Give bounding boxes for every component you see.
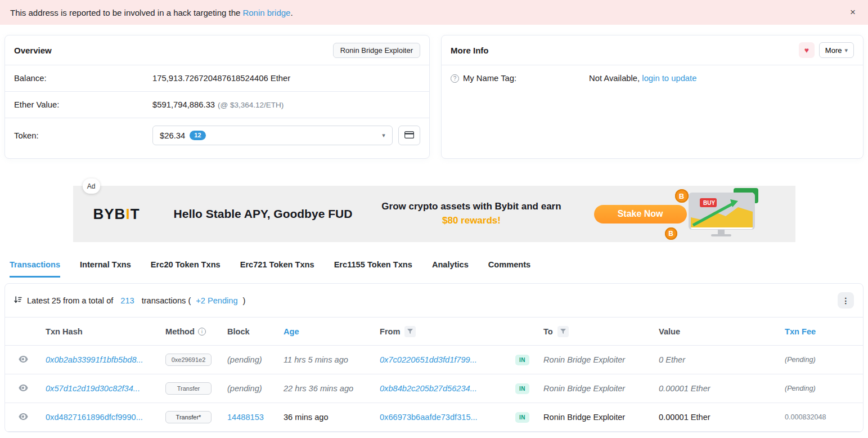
ad-label-chip: Ad — [83, 178, 100, 194]
table-options-button[interactable]: ⋮ — [838, 292, 854, 309]
balance-value: 175,913.726720487618524406 Ether — [152, 74, 290, 83]
eye-icon[interactable] — [10, 385, 37, 391]
ad-promo-text: Grow crypto assets with Bybit and earn $… — [381, 200, 561, 227]
to-address-label: Ronin Bridge Exploiter — [543, 384, 625, 393]
more-dropdown-button[interactable]: More ▾ — [819, 42, 854, 58]
name-tag-row: ? My Name Tag: Not Available, login to u… — [442, 65, 863, 91]
table-row: 0x0b2ab33991f1bfb5bd8... 0xe29691e2 (pen… — [5, 346, 863, 374]
bitcoin-coin-icon: B — [675, 189, 689, 203]
ether-rate: (@ $3,364.12/ETH) — [218, 101, 284, 109]
direction-badge: IN — [515, 383, 529, 394]
to-address-label: Ronin Bridge Exploiter — [543, 355, 625, 364]
method-header-label: Method — [165, 327, 195, 336]
login-to-update-link[interactable]: login to update — [642, 74, 696, 83]
to-filter-button[interactable] — [557, 326, 569, 337]
overview-title: Overview — [14, 46, 52, 55]
value-cell: 0 Ether — [659, 355, 685, 364]
tab-erc20-token-txns[interactable]: Erc20 Token Txns — [151, 260, 221, 278]
tab-erc721-token-txns[interactable]: Erc721 Token Txns — [240, 260, 314, 278]
from-filter-button[interactable] — [404, 326, 416, 337]
block-link[interactable]: 14488153 — [227, 413, 264, 422]
to-address-label: Ronin Bridge Exploiter — [543, 413, 625, 422]
ad-graphics: B B BUY — [621, 186, 790, 242]
bybit-logo-accent: I — [125, 205, 130, 222]
monitor-base — [711, 234, 731, 236]
ad-promo-line2: $80 rewards! — [442, 215, 501, 226]
alert-suffix: . — [290, 8, 293, 17]
close-icon[interactable]: × — [848, 7, 858, 18]
txn-fee-cell: (Pending) — [785, 356, 816, 364]
age-value: 22 hrs 36 mins ago — [284, 384, 353, 393]
from-header-label: From — [380, 327, 400, 336]
summary-cards: Overview Ronin Bridge Exploiter Balance:… — [0, 25, 868, 159]
wallet-icon — [404, 131, 414, 140]
txn-hash-link[interactable]: 0xd4827161896dfcf9990... — [46, 413, 143, 422]
transactions-summary: Latest 25 from a total of213 transaction… — [5, 284, 863, 317]
more-info-card: More Info ♥ More ▾ ? My Name Tag: Not Av… — [441, 35, 863, 159]
age-header[interactable]: Age — [279, 318, 375, 346]
token-label: Token: — [14, 131, 152, 140]
more-info-title: More Info — [451, 46, 489, 55]
monitor-screen: BUY — [691, 220, 753, 229]
ad-promo-line1: Grow crypto assets with Bybit and earn — [381, 201, 561, 212]
more-button-label: More — [825, 46, 842, 55]
ether-value-row: Ether Value: $591,794,886.33 (@ $3,364.1… — [5, 92, 429, 118]
tab-internal-txns[interactable]: Internal Txns — [80, 260, 131, 278]
monitor-graphic: BUY — [689, 193, 755, 230]
more-info-actions: ♥ More ▾ — [799, 42, 854, 58]
funnel-icon — [560, 329, 566, 334]
hack-alert-banner: This address is reported to be involved … — [0, 0, 868, 25]
age-value: 36 mins ago — [284, 413, 329, 422]
tab-erc1155-token-txns[interactable]: Erc1155 Token Txns — [334, 260, 412, 278]
ronin-bridge-link[interactable]: Ronin bridge — [242, 8, 290, 17]
transactions-card: Latest 25 from a total of213 transaction… — [5, 283, 863, 432]
transactions-table: Txn Hash Methodi Block Age From To Value… — [5, 317, 863, 432]
overview-card-header: Overview Ronin Bridge Exploiter — [5, 35, 429, 65]
heart-icon: ♥ — [804, 46, 809, 55]
method-header: Methodi — [161, 318, 223, 346]
monitor-stand — [718, 230, 725, 234]
summary-mid: transactions ( — [142, 296, 191, 305]
from-address-link[interactable]: 0xb84b2c205b27d56234... — [380, 384, 477, 393]
table-row: 0x57d1c2d19d30c82f34... Transfer (pendin… — [5, 374, 863, 403]
method-badge: Transfer — [165, 382, 212, 395]
txn-hash-link[interactable]: 0x57d1c2d19d30c82f34... — [46, 384, 140, 393]
from-header: From — [375, 318, 511, 346]
info-icon[interactable]: i — [198, 328, 206, 336]
tab-analytics[interactable]: Analytics — [432, 260, 469, 278]
bitcoin-coin-icon: B — [665, 227, 677, 240]
favorite-button[interactable]: ♥ — [799, 42, 815, 58]
token-dropdown[interactable]: $26.34 12 ▾ — [152, 126, 393, 145]
block-value: (pending) — [227, 384, 262, 393]
direction-header — [511, 318, 539, 346]
bybit-ad-banner[interactable]: BYBIT Hello Stable APY, Goodbye FUD Grow… — [73, 186, 795, 242]
eye-icon[interactable] — [10, 413, 37, 420]
total-transactions-link[interactable]: 213 — [120, 296, 134, 305]
address-tag-button[interactable]: Ronin Bridge Exploiter — [333, 43, 420, 58]
txn-fee-header[interactable]: Txn Fee — [780, 318, 863, 346]
value-cell: 0.00001 Ether — [659, 384, 710, 393]
sort-icon — [14, 296, 22, 305]
txn-fee-cell: 0.000832048 — [785, 413, 826, 421]
from-address-link[interactable]: 0x66973b6aafde73df315... — [380, 413, 478, 422]
token-holdings-button[interactable] — [398, 126, 420, 145]
table-header-row: Txn Hash Methodi Block Age From To Value… — [5, 318, 863, 346]
eye-icon[interactable] — [10, 356, 37, 363]
txn-hash-link[interactable]: 0x0b2ab33991f1bfb5bd8... — [46, 355, 143, 364]
txn-hash-header: Txn Hash — [41, 318, 161, 346]
txn-fee-cell: (Pending) — [785, 385, 816, 392]
summary-suffix: ) — [243, 296, 246, 305]
overview-card: Overview Ronin Bridge Exploiter Balance:… — [5, 35, 430, 159]
token-total-value: $26.34 — [160, 131, 185, 140]
block-header: Block — [223, 318, 279, 346]
tab-transactions[interactable]: Transactions — [10, 260, 60, 278]
value-header: Value — [654, 318, 780, 346]
direction-badge: IN — [515, 412, 529, 423]
table-row: 0xd4827161896dfcf9990... Transfer* 14488… — [5, 403, 863, 432]
more-info-card-header: More Info ♥ More ▾ — [442, 35, 863, 65]
tab-comments[interactable]: Comments — [488, 260, 530, 278]
ether-value-label: Ether Value: — [14, 100, 152, 109]
pending-transactions-link[interactable]: +2 Pending — [196, 296, 237, 305]
from-address-link[interactable]: 0x7c0220651dd3fd1f799... — [380, 355, 477, 364]
bybit-logo: BYBIT — [93, 205, 140, 223]
